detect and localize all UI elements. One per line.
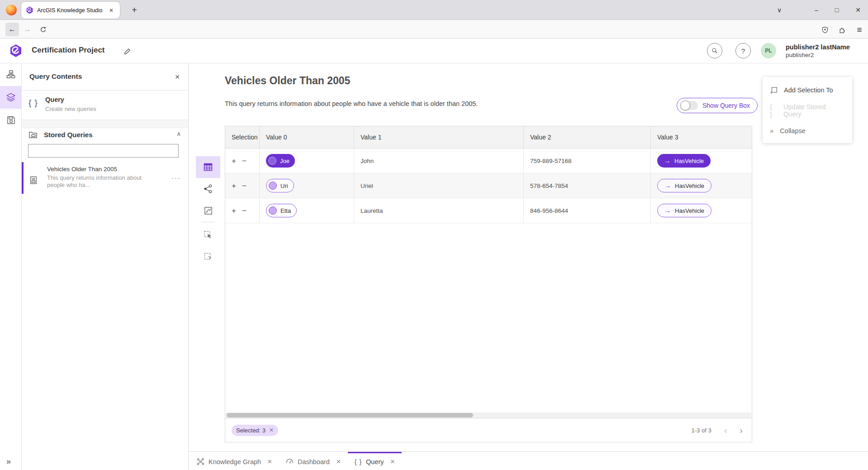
- tab-close-icon[interactable]: ✕: [107, 6, 115, 14]
- menu-item-update-stored-query[interactable]: { } Update Stored Query: [763, 100, 852, 120]
- window-maximize-button[interactable]: □: [829, 2, 845, 18]
- menu-item-label: Add Selection To: [784, 86, 833, 94]
- toggle-knob: [680, 101, 690, 110]
- tab-close-icon[interactable]: ✕: [336, 458, 341, 465]
- show-query-box-toggle[interactable]: Show Query Box: [677, 98, 758, 113]
- share-nodes-icon: [204, 184, 213, 193]
- forward-button[interactable]: →: [20, 23, 34, 36]
- add-to-selection-button[interactable]: +: [232, 182, 236, 190]
- stored-query-desc-line2: people who ha...: [47, 182, 90, 188]
- stored-queries-search-wrap: [22, 142, 188, 160]
- scrollbar-thumb[interactable]: [227, 413, 473, 417]
- relationship-pill[interactable]: →HasVehicle: [657, 204, 711, 217]
- panel-title: Query Contents: [29, 72, 82, 81]
- column-header-value0[interactable]: Value 0: [260, 126, 354, 148]
- table-row[interactable]: + − Uri Uriel 578-654-7854 →HasVehicle: [225, 173, 752, 198]
- chart-view-button[interactable]: [196, 200, 220, 221]
- entity-pill[interactable]: Etta: [266, 204, 297, 217]
- arcgis-knowledge-favicon-icon: [26, 6, 33, 14]
- tab-dashboard[interactable]: Dashboard ✕: [279, 452, 348, 470]
- selected-count-chip[interactable]: Selected: 3 ✕: [232, 425, 278, 436]
- toggle-switch[interactable]: [681, 101, 698, 110]
- help-button[interactable]: ?: [735, 43, 751, 58]
- header-search-button[interactable]: [707, 43, 722, 58]
- pocket-shield-icon[interactable]: [819, 24, 831, 36]
- selection-cell: + −: [225, 149, 260, 173]
- add-to-selection-button[interactable]: +: [232, 157, 236, 165]
- user-name[interactable]: publisher2 lastName: [786, 43, 850, 51]
- marquee-select-button[interactable]: [196, 246, 220, 268]
- app-header: Certification Project ? PL publisher2 la…: [0, 38, 868, 63]
- back-button[interactable]: ←: [5, 23, 19, 36]
- remove-from-selection-button[interactable]: −: [242, 157, 247, 165]
- entity-pill[interactable]: Uri: [266, 179, 294, 192]
- browser-tab-title: ArcGIS Knowledge Studio: [37, 7, 107, 14]
- value1-cell: Uriel: [354, 173, 524, 198]
- tab-query[interactable]: { } Query ✕: [348, 452, 402, 470]
- menu-item-add-selection-to[interactable]: Add Selection To: [763, 80, 852, 100]
- relationship-pill[interactable]: →HasVehicle: [657, 179, 711, 192]
- rail-save-button[interactable]: [0, 109, 22, 131]
- window-minimize-button[interactable]: –: [808, 2, 825, 18]
- firefox-logo-icon[interactable]: [6, 5, 17, 15]
- relationship-pill[interactable]: →HasVehicle: [657, 154, 711, 168]
- extensions-puzzle-icon[interactable]: [836, 24, 849, 36]
- next-page-button[interactable]: ›: [740, 426, 743, 435]
- table-row[interactable]: + − Joe John 759-889-57168 →HasVehicle: [225, 149, 752, 173]
- braces-icon: { }: [770, 103, 778, 118]
- arrow-icon: →: [664, 182, 671, 189]
- relationship-cell: →HasVehicle: [651, 149, 752, 173]
- column-header-value3[interactable]: Value 3: [651, 126, 752, 148]
- rail-data-model-button[interactable]: [0, 63, 22, 86]
- previous-page-button[interactable]: ‹: [724, 426, 727, 435]
- entity-pill[interactable]: Joe: [266, 154, 295, 168]
- column-header-selection[interactable]: Selection: [225, 126, 260, 148]
- link-chart-view-button[interactable]: [196, 178, 220, 200]
- collapse-section-icon[interactable]: ∧: [176, 130, 181, 137]
- rail-contents-button[interactable]: [0, 86, 22, 109]
- query-create-item[interactable]: { } Query Create new queries: [22, 91, 188, 120]
- new-tab-button[interactable]: +: [128, 4, 141, 16]
- remove-from-selection-button[interactable]: −: [242, 182, 247, 190]
- select-features-button[interactable]: [196, 224, 220, 246]
- tab-label: Query: [366, 458, 384, 465]
- tab-close-icon[interactable]: ✕: [267, 458, 272, 465]
- stored-queries-search-input[interactable]: [28, 144, 179, 158]
- user-avatar[interactable]: PL: [761, 43, 776, 58]
- column-header-value2[interactable]: Value 2: [524, 126, 651, 148]
- reload-button[interactable]: [36, 23, 50, 36]
- tab-knowledge-graph[interactable]: Knowledge Graph ✕: [190, 452, 279, 470]
- expand-rail-button[interactable]: »: [4, 456, 14, 467]
- stored-query-doc-icon: [29, 176, 38, 184]
- edit-project-title-button[interactable]: [121, 45, 133, 57]
- tab-close-icon[interactable]: ✕: [390, 458, 395, 465]
- table-view-button[interactable]: [196, 156, 220, 178]
- column-header-value1[interactable]: Value 1: [354, 126, 524, 148]
- browser-tab[interactable]: ArcGIS Knowledge Studio ✕: [21, 2, 120, 19]
- show-query-box-label: Show Query Box: [702, 102, 750, 109]
- stored-queries-title: Stored Queries: [44, 131, 93, 139]
- entity-cell: Joe: [260, 149, 354, 173]
- query-results-table: Selection Value 0 Value 1 Value 2 Value …: [225, 126, 752, 442]
- browser-tab-strip: ArcGIS Knowledge Studio ✕ + ∨ – □ ✕: [0, 0, 868, 20]
- add-to-selection-button[interactable]: +: [232, 207, 236, 215]
- table-row[interactable]: + − Etta Lauretta 846-956-8644 →HasVehic…: [225, 198, 752, 223]
- clear-selection-icon[interactable]: ✕: [269, 427, 274, 433]
- braces-icon: { }: [28, 98, 38, 108]
- table-footer: Selected: 3 ✕ 1-3 of 3 ‹ ›: [225, 418, 752, 442]
- entity-cell: Etta: [260, 198, 354, 223]
- tab-list-caret-icon[interactable]: ∨: [771, 2, 787, 18]
- stored-query-overflow-menu[interactable]: ···: [171, 174, 181, 182]
- menu-item-collapse[interactable]: » Collapse: [763, 120, 852, 141]
- remove-from-selection-button[interactable]: −: [242, 207, 247, 215]
- horizontal-scrollbar[interactable]: [226, 412, 751, 418]
- query-item-subtitle: Create new queries: [45, 106, 96, 112]
- pagination-range: 1-3 of 3: [692, 427, 711, 434]
- panel-close-icon[interactable]: ✕: [174, 72, 181, 82]
- relationship-cell: →HasVehicle: [651, 173, 752, 198]
- tab-label: Knowledge Graph: [209, 458, 261, 465]
- stored-queries-section-header[interactable]: Stored Queries ∧: [22, 128, 188, 142]
- window-close-button[interactable]: ✕: [850, 2, 866, 18]
- app-menu-icon[interactable]: ≡: [853, 24, 866, 36]
- stored-query-item[interactable]: Vehicles Older Than 2005 This query retu…: [22, 162, 188, 194]
